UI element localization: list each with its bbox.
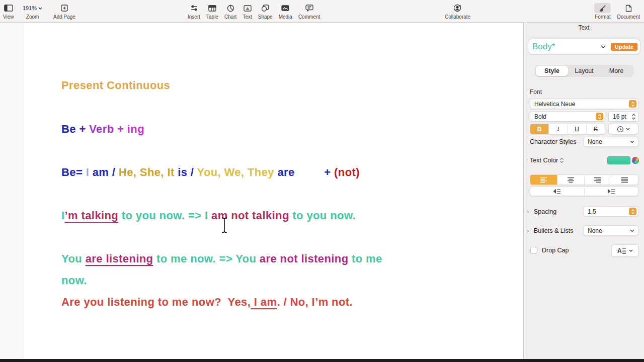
shape-button[interactable]: Shape — [258, 3, 273, 20]
document-button[interactable]: Document — [617, 3, 640, 20]
format-button[interactable]: Format — [594, 3, 611, 20]
text-span: Be= — [61, 166, 86, 178]
comment-button[interactable]: Comment — [298, 3, 320, 20]
tab-style[interactable]: Style — [536, 66, 568, 76]
sidebar-tabs: Style Layout More — [535, 65, 633, 77]
advanced-text-options-button[interactable] — [608, 124, 638, 134]
text-box-icon: A — [244, 3, 252, 13]
spacing-field[interactable]: 1.5 — [583, 206, 638, 217]
text-span: to you now. — [289, 209, 356, 222]
text-color-row: Text Color — [530, 157, 564, 164]
bullets-disclosure-icon[interactable]: › — [527, 227, 529, 234]
decrease-indent-icon — [553, 189, 561, 194]
add-page-button[interactable]: Add Page — [53, 3, 75, 20]
paragraph-style-row: Body* Update — [528, 39, 640, 54]
tab-more[interactable]: More — [600, 66, 632, 76]
strikethrough-button[interactable]: S — [587, 124, 605, 134]
media-button[interactable]: Media — [279, 3, 292, 20]
text-span: You — [61, 252, 86, 265]
increase-indent-button[interactable] — [584, 187, 638, 196]
text-span: / — [187, 166, 197, 178]
document-line[interactable]: Be + Verb + ing — [61, 122, 144, 136]
text-span: is — [175, 166, 188, 178]
shape-icon — [261, 3, 269, 13]
font-family-value: Helvetica Neue — [530, 101, 629, 108]
indent-buttons — [530, 187, 638, 196]
text-color-swatch[interactable] — [607, 156, 630, 164]
tab-layout[interactable]: Layout — [568, 66, 600, 76]
zoom-value: 191% — [23, 5, 37, 11]
character-styles-value: None — [584, 138, 630, 145]
align-justify-button[interactable] — [611, 175, 638, 185]
font-size-stepper[interactable]: 16 pt — [608, 111, 638, 122]
align-right-button[interactable] — [584, 175, 611, 185]
character-styles-select[interactable]: None — [583, 137, 638, 147]
align-justify-icon — [621, 177, 628, 183]
format-brush-icon — [594, 3, 611, 13]
spacing-label: Spacing — [534, 208, 556, 215]
insert-button[interactable]: Insert — [188, 3, 200, 20]
alignment-buttons — [530, 174, 638, 185]
bold-button[interactable]: B — [530, 124, 549, 134]
paragraph-style-value[interactable]: Body* — [528, 42, 601, 52]
underline-button[interactable]: U — [568, 124, 587, 134]
table-button[interactable]: Table — [206, 3, 218, 20]
document-line[interactable]: now. — [61, 274, 87, 287]
chevron-down-icon — [629, 249, 633, 252]
align-center-button[interactable] — [557, 175, 584, 185]
chevron-down-icon — [626, 128, 630, 130]
font-family-select[interactable]: Helvetica Neue — [530, 99, 638, 109]
zoom-control[interactable]: 191% Zoom — [23, 3, 42, 20]
advanced-options-icon — [617, 126, 624, 133]
view-button[interactable]: View — [3, 3, 14, 20]
font-weight-value: Bold — [530, 113, 596, 120]
text-span: (not) — [334, 166, 360, 178]
text-span: to me — [349, 252, 382, 265]
document-line[interactable]: Are you listening to me now? Yes, I am. … — [61, 295, 353, 309]
align-left-button[interactable] — [530, 175, 557, 185]
update-style-button[interactable]: Update — [611, 43, 637, 51]
size-up-down-icon[interactable] — [631, 113, 636, 120]
drop-cap-style-button[interactable]: A — [611, 244, 638, 257]
collaborate-icon — [453, 3, 462, 13]
media-icon — [281, 3, 289, 13]
spacing-disclosure-icon[interactable]: › — [527, 208, 529, 215]
text-cursor-ibeam — [220, 217, 229, 236]
chart-button[interactable]: Chart — [224, 3, 236, 20]
font-weight-stepper-icon[interactable] — [596, 113, 603, 120]
document-canvas[interactable]: Present ContinuousBe + Verb + ingBe= I a… — [0, 23, 523, 359]
decrease-indent-button[interactable] — [530, 187, 584, 196]
font-weight-select[interactable]: Bold — [530, 111, 605, 122]
italic-button[interactable]: I — [549, 124, 568, 134]
document-line[interactable]: Present Continuous — [61, 78, 170, 92]
bullets-lists-select[interactable]: None — [583, 225, 638, 236]
text-span: are listening — [86, 252, 153, 265]
comment-icon — [305, 3, 313, 13]
text-box-button[interactable]: A Text — [243, 3, 252, 20]
text-span: + — [114, 123, 127, 135]
color-mode-toggle-icon[interactable] — [559, 157, 564, 163]
document-line[interactable]: I’m talking to you now. => I am not talk… — [61, 209, 356, 222]
spacing-stepper-icon[interactable] — [629, 208, 636, 215]
collaborate-button[interactable]: Collaborate — [445, 3, 470, 20]
drop-cap-checkbox[interactable] — [530, 247, 537, 254]
text-span: You — [235, 252, 260, 265]
chevron-down-icon — [630, 140, 634, 143]
text-span: to you now. => — [118, 209, 205, 222]
table-icon — [208, 3, 216, 13]
chevron-down-icon[interactable] — [601, 45, 606, 48]
text-span: ing — [127, 123, 144, 135]
font-family-stepper-icon[interactable] — [629, 100, 636, 108]
document-line[interactable]: You are listening to me now. => You are … — [61, 252, 382, 265]
svg-text:A: A — [617, 247, 622, 254]
video-letterbox-bar — [0, 359, 644, 362]
spacing-value: 1.5 — [584, 208, 629, 215]
document-icon — [625, 3, 632, 13]
drop-cap-label: Drop Cap — [542, 247, 569, 254]
character-styles-label: Character Styles — [530, 138, 576, 145]
align-center-icon — [567, 177, 575, 183]
document-line[interactable]: Be= I am / He, She, It is / You, We, The… — [61, 165, 360, 179]
sidebar-title: Text — [524, 24, 644, 31]
color-wheel-icon[interactable] — [632, 157, 639, 164]
text-span: Verb — [89, 123, 114, 135]
